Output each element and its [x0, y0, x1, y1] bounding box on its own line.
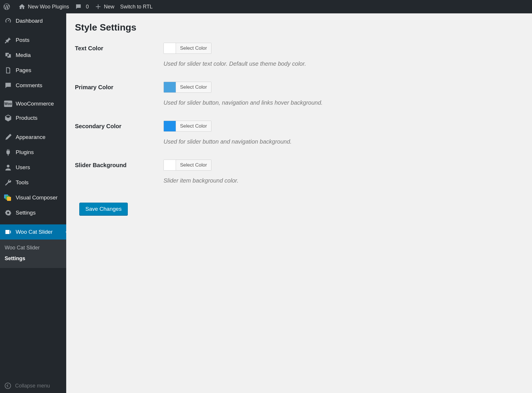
- field-label: Primary Color: [75, 82, 163, 91]
- site-title: New Woo Plugins: [28, 4, 69, 10]
- color-picker[interactable]: Select Color: [163, 43, 211, 54]
- sidebar-submenu: Woo Cat Slider Settings: [0, 240, 66, 268]
- select-color-button[interactable]: Select Color: [176, 160, 211, 170]
- users-icon: [4, 163, 12, 172]
- sidebar-item-dashboard[interactable]: Dashboard: [0, 13, 66, 28]
- sidebar-item-comments[interactable]: Comments: [0, 78, 66, 93]
- new-label: New: [104, 4, 114, 10]
- sidebar-item-posts[interactable]: Posts: [0, 33, 66, 48]
- wp-logo[interactable]: [3, 0, 13, 13]
- comment-icon: [75, 3, 82, 10]
- select-color-button[interactable]: Select Color: [176, 121, 211, 131]
- sidebar-item-label: Woo Cat Slider: [16, 229, 53, 235]
- svg-point-0: [5, 383, 11, 389]
- admin-sidebar: Dashboard Posts Media Pages Comments Woo…: [0, 13, 66, 393]
- sidebar-item-label: Products: [16, 115, 37, 121]
- field-label: Slider Background: [75, 160, 163, 169]
- site-link[interactable]: New Woo Plugins: [19, 0, 69, 13]
- slider-icon: [4, 228, 12, 236]
- sidebar-item-label: Tools: [16, 179, 28, 186]
- pin-icon: [4, 36, 12, 44]
- home-icon: [19, 3, 26, 10]
- wordpress-icon: [3, 3, 10, 10]
- field-description: Slider item background color.: [163, 177, 523, 184]
- collapse-icon: [4, 382, 12, 390]
- settings-form: Text Color Select Color Used for slider …: [75, 43, 523, 184]
- sidebar-item-label: Pages: [16, 67, 31, 74]
- tools-icon: [4, 178, 12, 187]
- sidebar-item-plugins[interactable]: Plugins: [0, 145, 66, 160]
- comment-icon: [4, 81, 12, 90]
- sidebar-item-label: Media: [16, 52, 31, 58]
- main-content: Style Settings Text Color Select Color U…: [66, 13, 532, 393]
- plugins-icon: [4, 148, 12, 156]
- select-color-button[interactable]: Select Color: [176, 82, 211, 92]
- products-icon: [4, 114, 12, 122]
- field-label: Text Color: [75, 43, 163, 52]
- plus-icon: [95, 3, 102, 10]
- rtl-label: Switch to RTL: [120, 4, 153, 10]
- color-swatch: [164, 160, 176, 170]
- collapse-label: Collapse menu: [15, 383, 50, 389]
- visual-composer-icon: [4, 194, 12, 202]
- color-swatch: [164, 82, 176, 92]
- sidebar-item-label: Dashboard: [16, 18, 43, 24]
- sidebar-item-media[interactable]: Media: [0, 48, 66, 63]
- field-label: Secondary Color: [75, 121, 163, 130]
- comments-count: 0: [86, 4, 89, 10]
- sidebar-item-label: Appearance: [16, 134, 45, 140]
- field-slider-background: Slider Background Select Color Slider it…: [75, 160, 523, 184]
- sidebar-item-tools[interactable]: Tools: [0, 175, 66, 190]
- appearance-icon: [4, 133, 12, 141]
- sidebar-item-label: Comments: [16, 82, 42, 89]
- save-button[interactable]: Save Changes: [79, 203, 128, 215]
- submenu-item-settings[interactable]: Settings: [0, 253, 66, 264]
- field-description: Used for slider button and navigation ba…: [163, 138, 523, 145]
- submenu-item-woo-cat-slider[interactable]: Woo Cat Slider: [0, 242, 66, 253]
- color-picker[interactable]: Select Color: [163, 82, 211, 93]
- sidebar-item-woocommerce[interactable]: Woo WooCommerce: [0, 97, 66, 110]
- sidebar-item-label: WooCommerce: [16, 101, 54, 107]
- sidebar-item-settings[interactable]: Settings: [0, 205, 66, 220]
- comments-link[interactable]: 0: [75, 0, 89, 13]
- color-swatch: [164, 43, 176, 53]
- select-color-button[interactable]: Select Color: [176, 43, 211, 53]
- sidebar-item-products[interactable]: Products: [0, 110, 66, 126]
- pages-icon: [4, 66, 12, 74]
- sidebar-item-woo-cat-slider[interactable]: Woo Cat Slider: [0, 224, 66, 240]
- color-picker[interactable]: Select Color: [163, 160, 211, 171]
- switch-rtl[interactable]: Switch to RTL: [120, 0, 153, 13]
- sidebar-item-label: Visual Composer: [16, 194, 57, 201]
- sidebar-item-label: Plugins: [16, 149, 34, 156]
- sidebar-item-visual-composer[interactable]: Visual Composer: [0, 190, 66, 205]
- color-swatch: [164, 121, 176, 131]
- field-text-color: Text Color Select Color Used for slider …: [75, 43, 523, 67]
- sidebar-item-appearance[interactable]: Appearance: [0, 130, 66, 145]
- woo-icon: Woo: [4, 101, 12, 107]
- sidebar-item-label: Posts: [16, 37, 30, 43]
- settings-icon: [4, 209, 12, 217]
- media-icon: [4, 51, 12, 59]
- sidebar-item-label: Users: [16, 164, 30, 171]
- dashboard-icon: [4, 17, 12, 25]
- sidebar-item-pages[interactable]: Pages: [0, 63, 66, 78]
- sidebar-item-users[interactable]: Users: [0, 160, 66, 175]
- sidebar-item-label: Settings: [16, 210, 36, 216]
- new-content[interactable]: New: [95, 0, 114, 13]
- field-secondary-color: Secondary Color Select Color Used for sl…: [75, 121, 523, 145]
- collapse-menu[interactable]: Collapse menu: [0, 378, 66, 393]
- admin-bar: New Woo Plugins 0 New Switch to RTL: [0, 0, 532, 13]
- color-picker[interactable]: Select Color: [163, 121, 211, 132]
- field-primary-color: Primary Color Select Color Used for slid…: [75, 82, 523, 106]
- page-title: Style Settings: [75, 22, 523, 33]
- field-description: Used for slider text color. Default use …: [163, 60, 523, 67]
- field-description: Used for slider button, navigation and l…: [163, 99, 523, 106]
